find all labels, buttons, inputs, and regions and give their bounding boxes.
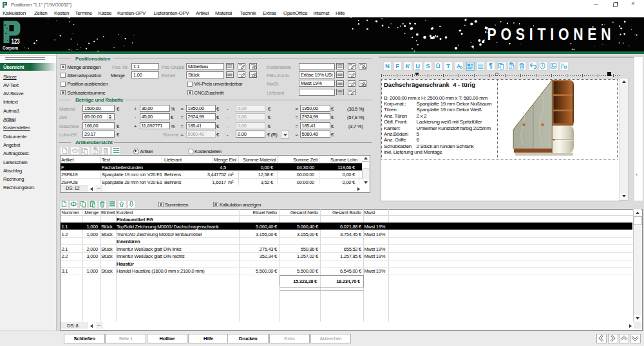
- svg-text:Corpora: Corpora: [3, 46, 18, 51]
- svg-text:123: 123: [12, 37, 20, 45]
- svg-text:POSITIONEN: POSITIONEN: [488, 26, 616, 44]
